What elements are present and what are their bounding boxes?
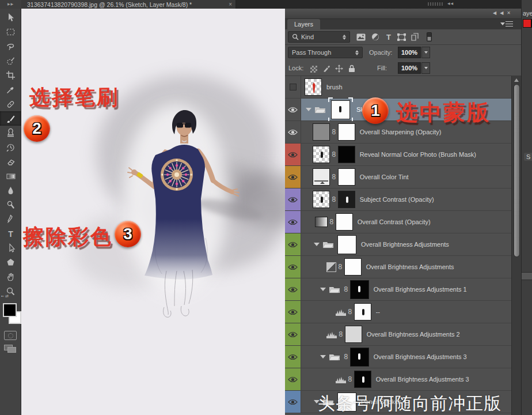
visibility-toggle[interactable]	[285, 301, 301, 323]
blur-tool[interactable]	[0, 183, 21, 198]
layers-scrollbar[interactable]	[511, 76, 521, 415]
mask-thumbnail[interactable]	[350, 280, 369, 299]
layer-name[interactable]: Overall Color Tint	[360, 173, 409, 180]
layer-row[interactable]: 8 Overall Brightness Adjustments 3	[285, 368, 511, 391]
blend-mode-select[interactable]: Pass Through	[288, 47, 363, 58]
visibility-toggle[interactable]	[285, 211, 301, 233]
visibility-toggle[interactable]	[285, 233, 301, 255]
quick-mask-button[interactable]	[4, 331, 17, 340]
visibility-empty-checkbox[interactable]	[290, 84, 297, 90]
quick-selection-tool[interactable]	[0, 54, 21, 68]
visibility-toggle[interactable]	[285, 166, 301, 188]
lock-all-icon[interactable]	[346, 63, 358, 74]
mask-thumbnail[interactable]	[336, 213, 353, 231]
layer-thumbnail[interactable]	[313, 168, 330, 186]
mask-thumbnail[interactable]	[345, 326, 362, 343]
lasso-tool[interactable]	[0, 39, 21, 54]
filter-pixel-layers-icon[interactable]	[355, 32, 367, 42]
gradient-tool[interactable]	[0, 169, 21, 183]
layer-thumbnail[interactable]	[305, 78, 322, 96]
histogram-adjustment-icon[interactable]	[326, 331, 337, 338]
visibility-toggle[interactable]	[285, 76, 301, 98]
eraser-tool[interactable]	[0, 154, 21, 169]
mask-thumbnail[interactable]	[338, 123, 355, 141]
tab-layers[interactable]: Layers	[287, 19, 320, 29]
layer-name[interactable]: Overall Brightness Adjustments 2	[367, 331, 460, 338]
layer-thumbnail[interactable]	[313, 191, 330, 208]
filter-smart-objects-icon[interactable]	[409, 32, 420, 42]
clipped-red-swatch[interactable]	[523, 19, 531, 28]
filter-type-layers-icon[interactable]: T	[383, 32, 394, 42]
layer-row[interactable]: 8 Subject Contrast (Opacity)	[285, 188, 511, 211]
layer-row[interactable]: 8 Overall Brightness Adjustments	[285, 256, 511, 278]
dodge-tool[interactable]	[0, 198, 21, 212]
panel-menu-icon[interactable]	[500, 21, 513, 28]
layer-thumbnail[interactable]	[313, 146, 330, 163]
layer-row[interactable]: 8 Overall Brightness Adjustments 2	[285, 323, 511, 346]
brush-tool[interactable]	[0, 111, 21, 126]
histogram-adjustment-icon[interactable]	[336, 308, 346, 316]
document-canvas[interactable]: 选择笔刷 2 擦除彩色 3	[21, 9, 285, 415]
layer-name[interactable]: Overall Brightness Adjustments 3	[374, 353, 467, 360]
toolbar-collapse-icon[interactable]: ▶▶	[0, 0, 21, 9]
visibility-toggle[interactable]	[285, 346, 301, 368]
mask-thumbnail[interactable]	[338, 146, 355, 163]
layer-name[interactable]: Overall Contrast (Opacity)	[358, 218, 431, 225]
crop-tool[interactable]	[0, 68, 21, 82]
opacity-value[interactable]: 100%	[398, 47, 421, 58]
hand-tool[interactable]	[0, 270, 21, 284]
filter-kind-select[interactable]: Kind	[288, 31, 350, 43]
visibility-toggle[interactable]	[285, 278, 301, 300]
layer-name[interactable]: Reveal Normal Color Photo (Brush Mask)	[360, 151, 476, 158]
history-brush-tool[interactable]	[0, 140, 21, 154]
mask-thumbnail[interactable]	[354, 303, 371, 320]
group-expand-icon[interactable]	[320, 288, 326, 291]
visibility-toggle[interactable]	[285, 323, 301, 345]
group-expand-icon[interactable]	[306, 108, 311, 111]
lock-position-icon[interactable]	[333, 63, 345, 74]
shape-tool[interactable]	[0, 255, 21, 270]
panel-collapse-icon[interactable]: ◀◀	[493, 10, 507, 16]
clone-stamp-tool[interactable]	[0, 126, 21, 140]
layer-row-group[interactable]: Overall Brightness Adjustments	[285, 233, 511, 256]
layer-row-group[interactable]: 8 Overall Brightness Adjustments 3	[285, 346, 511, 368]
swap-colors-icon[interactable]: ▪▫ ⇄	[1, 294, 21, 300]
layer-name[interactable]: Overall Sharpening (Opacity)	[360, 129, 442, 135]
layer-name[interactable]: --	[376, 308, 380, 315]
visibility-toggle[interactable]	[285, 391, 301, 413]
group-expand-icon[interactable]	[314, 243, 320, 246]
group-expand-icon[interactable]	[320, 355, 326, 359]
opacity-dropdown-icon[interactable]	[421, 47, 430, 58]
clipped-tab-fragment[interactable]: S	[524, 153, 532, 161]
layer-name[interactable]: Subject Contrast (Opacity)	[360, 196, 434, 203]
spot-healing-brush-tool[interactable]	[0, 97, 21, 111]
visibility-toggle[interactable]	[285, 144, 301, 165]
scroll-up-icon[interactable]	[514, 78, 519, 82]
layer-row[interactable]: 8 Overall Contrast (Opacity)	[285, 211, 511, 233]
visibility-toggle[interactable]	[285, 368, 301, 390]
lock-transparency-icon[interactable]	[308, 64, 320, 74]
adjustment-layer-icon[interactable]	[326, 262, 336, 272]
type-tool[interactable]: T	[0, 227, 21, 241]
filter-adjustment-layers-icon[interactable]	[370, 32, 381, 42]
layer-row-group[interactable]: 8 Overall Brightness Adjustments 1	[285, 278, 511, 301]
histogram-adjustment-icon[interactable]	[336, 376, 346, 383]
dock-collapse-icon[interactable]: ◀◀	[447, 1, 454, 5]
foreground-color-swatch[interactable]	[3, 303, 17, 317]
layer-name[interactable]: brush	[326, 84, 343, 90]
eyedropper-tool[interactable]	[0, 82, 21, 97]
selected-mask-thumbnail[interactable]	[329, 99, 352, 121]
document-close-icon[interactable]: ×	[229, 1, 232, 7]
visibility-toggle[interactable]	[285, 99, 301, 120]
mask-thumbnail[interactable]	[344, 258, 362, 276]
layer-name[interactable]: Overall Brightness Adjustments	[366, 263, 454, 270]
layer-row-brush[interactable]: brush	[285, 76, 511, 99]
mask-thumbnail[interactable]	[338, 168, 355, 186]
mask-thumbnail[interactable]	[338, 191, 355, 208]
layer-thumbnail[interactable]	[313, 123, 330, 141]
layer-row[interactable]: 8 Reveal Normal Color Photo (Brush Mask)	[285, 144, 511, 166]
mask-thumbnail[interactable]	[354, 371, 371, 388]
filter-toggle-icon[interactable]	[423, 32, 435, 42]
mask-thumbnail[interactable]	[350, 348, 369, 367]
fill-dropdown-icon[interactable]	[421, 62, 430, 74]
